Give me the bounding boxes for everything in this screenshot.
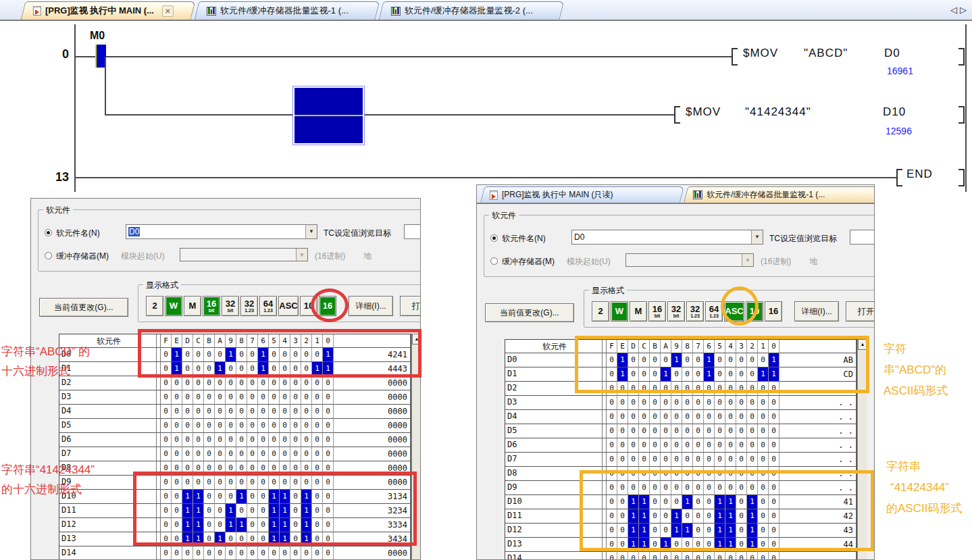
ladder-cursor-selection[interactable] — [292, 86, 365, 145]
bit-cell[interactable]: 0 — [323, 447, 334, 461]
bit-cell[interactable]: 0 — [312, 546, 323, 560]
device-name-combo[interactable]: D0 ▼ — [126, 224, 317, 239]
bit-cell[interactable]: 0 — [226, 405, 236, 419]
format-button-64123[interactable]: 641.23 — [259, 296, 277, 316]
device-name-cell[interactable]: D14 — [505, 552, 603, 560]
detail-button[interactable]: 详细(I)... — [794, 301, 839, 322]
bit-cell[interactable]: 0 — [247, 447, 258, 461]
bit-cell[interactable]: 0 — [650, 396, 661, 410]
bit-cell[interactable]: 0 — [204, 433, 215, 447]
bit-cell[interactable]: 0 — [301, 546, 312, 560]
value-cell[interactable]: 0000 — [334, 376, 411, 390]
bit-cell[interactable]: 0 — [704, 424, 715, 438]
bit-cell[interactable]: 0 — [650, 438, 661, 453]
bit-cell[interactable]: 0 — [247, 546, 258, 560]
bit-cell[interactable]: 0 — [661, 552, 671, 560]
bit-cell[interactable]: 0 — [639, 438, 650, 453]
bit-cell[interactable]: 0 — [290, 433, 301, 447]
format-button-2[interactable]: 2 — [146, 296, 163, 316]
bit-cell[interactable]: 0 — [236, 447, 247, 461]
bit-cell[interactable]: 0 — [639, 453, 650, 467]
bit-cell[interactable]: 0 — [736, 438, 747, 453]
bit-cell[interactable]: 0 — [280, 433, 290, 447]
format-button-m[interactable]: M — [630, 301, 647, 322]
value-cell[interactable]: 0000 — [334, 390, 411, 405]
bit-cell[interactable]: 0 — [661, 424, 671, 438]
bit-cell[interactable]: 0 — [258, 546, 269, 560]
bit-cell[interactable]: 0 — [769, 424, 779, 438]
bit-cell[interactable]: 0 — [693, 552, 704, 560]
instruction-operand[interactable]: "41424344" — [745, 105, 811, 119]
bit-cell[interactable]: 0 — [747, 424, 758, 438]
bit-cell[interactable]: 0 — [215, 546, 226, 560]
bit-cell[interactable]: 0 — [725, 424, 736, 438]
bit-cell[interactable]: 0 — [671, 424, 682, 438]
bit-cell[interactable]: 0 — [682, 396, 693, 410]
bit-cell[interactable]: 0 — [215, 447, 226, 461]
chevron-down-icon[interactable]: ▼ — [751, 230, 763, 244]
bit-cell[interactable]: 0 — [628, 396, 639, 410]
bit-cell[interactable]: 0 — [236, 405, 247, 419]
value-cell[interactable]: . . — [779, 438, 856, 453]
bit-cell[interactable]: 0 — [736, 396, 747, 410]
bit-cell[interactable]: 0 — [639, 424, 650, 438]
bit-cell[interactable]: 0 — [236, 433, 247, 447]
bit-cell[interactable]: 0 — [280, 447, 290, 461]
bit-cell[interactable]: 0 — [204, 390, 215, 405]
bit-cell[interactable]: 0 — [715, 396, 725, 410]
tab-scroll-left-icon[interactable]: ◁ — [950, 5, 960, 15]
device-name-cell[interactable]: D5 — [59, 419, 157, 433]
bit-cell[interactable]: 0 — [758, 396, 769, 410]
bit-cell[interactable]: 0 — [682, 552, 693, 560]
bit-cell[interactable]: 0 — [204, 405, 215, 419]
bit-cell[interactable]: 0 — [671, 453, 682, 467]
bit-cell[interactable]: 0 — [736, 424, 747, 438]
buffer-memory-radio[interactable] — [490, 257, 498, 265]
bit-cell[interactable]: 0 — [639, 552, 650, 560]
buffer-memory-radio[interactable] — [45, 252, 52, 259]
instruction-op[interactable]: $MOV — [686, 105, 721, 119]
bit-cell[interactable]: 0 — [747, 438, 758, 453]
bit-cell[interactable]: 0 — [301, 433, 312, 447]
bit-cell[interactable]: 0 — [758, 438, 769, 453]
bit-cell[interactable]: 0 — [312, 433, 323, 447]
device-row-D7[interactable]: D70000000000000000. . — [505, 453, 856, 467]
bit-cell[interactable]: 0 — [617, 552, 628, 560]
value-cell[interactable]: 0000 — [334, 405, 411, 419]
format-button-32bit[interactable]: 32bit — [222, 296, 239, 316]
bit-cell[interactable]: 0 — [769, 453, 779, 467]
bit-cell[interactable]: 0 — [226, 376, 236, 390]
bit-cell[interactable]: 0 — [258, 405, 269, 419]
bit-cell[interactable]: 0 — [182, 419, 193, 433]
bit-cell[interactable]: 0 — [193, 390, 204, 405]
bit-cell[interactable]: 0 — [226, 447, 236, 461]
device-row-D6[interactable]: D600000000000000000000 — [59, 433, 411, 447]
bit-cell[interactable]: 0 — [204, 376, 215, 390]
bit-cell[interactable]: 0 — [661, 438, 671, 453]
bit-cell[interactable]: 0 — [236, 546, 247, 560]
bit-cell[interactable]: 0 — [172, 419, 182, 433]
bit-cell[interactable]: 0 — [258, 390, 269, 405]
bit-cell[interactable]: 0 — [650, 552, 661, 560]
bit-cell[interactable]: 0 — [204, 447, 215, 461]
bit-cell[interactable]: 0 — [323, 376, 334, 390]
format-button-32123[interactable]: 321.23 — [240, 296, 258, 316]
bit-cell[interactable]: 0 — [301, 419, 312, 433]
bit-cell[interactable]: 0 — [193, 405, 204, 419]
bit-cell[interactable]: 0 — [617, 424, 628, 438]
bit-cell[interactable]: 0 — [193, 546, 204, 560]
end-instruction[interactable]: END — [906, 168, 933, 181]
bit-cell[interactable]: 0 — [215, 433, 226, 447]
device-row-D4[interactable]: D400000000000000000000 — [59, 405, 411, 419]
bit-cell[interactable]: 0 — [301, 390, 312, 405]
bit-cell[interactable]: 0 — [769, 438, 779, 453]
bit-cell[interactable]: 0 — [725, 410, 736, 424]
bit-cell[interactable]: 0 — [280, 419, 290, 433]
instruction-op[interactable]: $MOV — [743, 47, 778, 60]
bit-cell[interactable]: 0 — [323, 433, 334, 447]
bit-cell[interactable]: 0 — [280, 546, 290, 560]
bit-cell[interactable]: 0 — [758, 410, 769, 424]
bit-cell[interactable]: 0 — [607, 424, 617, 438]
bit-cell[interactable]: 0 — [323, 390, 334, 405]
open-button[interactable]: 打开 — [400, 296, 421, 316]
